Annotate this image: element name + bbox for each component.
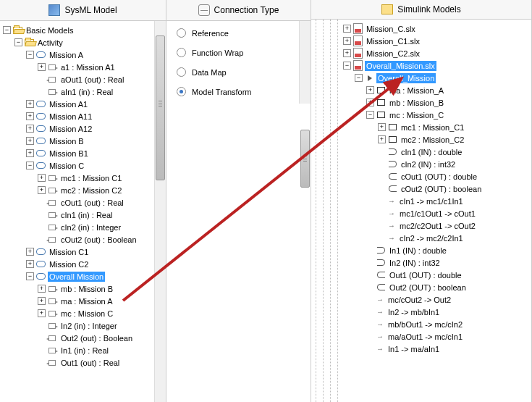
tree-node[interactable]: cIn1 (in) : Real <box>3 209 166 221</box>
node-label[interactable]: Mission C2 <box>48 259 90 269</box>
tree-node[interactable]: cOut1 (OUT) : double <box>343 170 531 183</box>
node-label[interactable]: Mission A12 <box>48 124 93 134</box>
tree-node[interactable]: +mc2 : Mission C2 <box>3 184 166 196</box>
tree-node[interactable]: +ma : Mission A <box>3 295 166 307</box>
expand-icon[interactable]: + <box>38 285 46 293</box>
tree-node[interactable]: →cIn2 -> mc2/c2In1 <box>343 232 531 244</box>
tree-node[interactable]: cOut2 (OUT) : boolean <box>343 183 531 195</box>
tree-node[interactable]: −Activity <box>3 36 166 49</box>
tree-node[interactable]: −Overall_Mission <box>343 72 531 84</box>
node-label[interactable]: cIn2 (in) : Integer <box>59 222 122 233</box>
scroll-thumb[interactable] <box>300 130 310 188</box>
tree-node[interactable]: →mc2/c2Out1 -> cOut2 <box>343 219 531 232</box>
collapse-icon[interactable]: − <box>26 272 34 280</box>
node-label[interactable]: Overall Mission <box>48 272 105 282</box>
tree-node[interactable]: +mc1 : Mission C1 <box>3 172 166 184</box>
tree-node[interactable]: +Mission C2 <box>3 258 166 270</box>
radio-icon[interactable] <box>177 67 186 77</box>
node-label[interactable]: a1 : Mission A1 <box>59 62 117 72</box>
node-label[interactable]: cIn1 (IN) : double <box>400 147 463 157</box>
radio-option[interactable]: Function Wrap <box>177 48 300 57</box>
node-label[interactable]: cIn1 -> mc1/c1In1 <box>398 196 465 206</box>
tree-node[interactable]: →In2 -> mb/bIn1 <box>343 306 531 318</box>
tree-node[interactable]: →In1 -> ma/aIn1 <box>343 343 531 355</box>
node-label[interactable]: cOut2 (OUT) : boolean <box>400 184 483 194</box>
tree-node[interactable]: cIn2 (IN) : int32 <box>343 158 531 170</box>
node-label[interactable]: Mission A1 <box>48 99 89 109</box>
tree-node[interactable]: +Mission A1 <box>3 98 166 110</box>
sysml-tree-body[interactable]: −Basic Models−Activity−Mission A+a1 : Mi… <box>0 21 166 402</box>
radio-option[interactable]: Data Map <box>177 67 300 77</box>
node-label[interactable]: Mission_C2.slx <box>365 49 421 59</box>
radio-icon[interactable] <box>177 48 186 57</box>
collapse-icon[interactable]: − <box>355 74 363 82</box>
tree-node[interactable]: −Basic Models <box>3 24 166 36</box>
tree-node[interactable]: cOut2 (out) : Boolean <box>3 233 166 246</box>
node-label[interactable]: mc/cOut2 -> Out2 <box>387 295 452 305</box>
node-label[interactable]: Mission_C1.slx <box>365 36 421 46</box>
expand-icon[interactable]: + <box>38 309 46 317</box>
collapse-icon[interactable]: − <box>343 62 351 70</box>
simulink-tree-body[interactable]: +Mission_C.slx+Mission_C1.slx+Mission_C2… <box>311 20 531 402</box>
tree-node[interactable]: →mb/bOut1 -> mc/cIn2 <box>343 318 531 330</box>
node-label[interactable]: Out1 (out) : Real <box>59 358 121 368</box>
expand-icon[interactable]: + <box>26 112 34 120</box>
tree-node[interactable]: +Mission_C1.slx <box>343 35 531 47</box>
tree-node[interactable]: −Mission C <box>3 159 166 172</box>
node-label[interactable]: cIn1 (in) : Real <box>59 210 114 220</box>
node-label[interactable]: Out1 (OUT) : double <box>388 270 463 280</box>
tree-node[interactable]: +Mission_C.slx <box>343 22 531 35</box>
node-label[interactable]: In1 -> ma/aIn1 <box>387 344 441 354</box>
node-label[interactable]: In2 (IN) : int32 <box>388 258 442 268</box>
expand-icon[interactable]: + <box>366 99 374 106</box>
expand-icon[interactable]: + <box>26 137 34 145</box>
node-label[interactable]: mc1 : Mission_C1 <box>400 122 465 133</box>
collapse-icon[interactable]: − <box>14 38 22 46</box>
scroll-thumb[interactable] <box>156 35 165 180</box>
node-label[interactable]: In2 (in) : Integer <box>59 321 119 331</box>
tree-node[interactable]: +mc2 : Mission_C2 <box>343 133 531 146</box>
node-label[interactable]: mc2 : Mission C2 <box>59 185 123 196</box>
connection-scrollbar[interactable] <box>299 21 311 104</box>
node-label[interactable]: cIn2 -> mc2/c2In1 <box>398 233 465 243</box>
node-label[interactable]: cOut1 (out) : Real <box>59 198 125 208</box>
tree-node[interactable]: Out1 (OUT) : double <box>343 269 531 281</box>
tree-node[interactable]: +Mission A12 <box>3 122 166 135</box>
tree-node[interactable]: In2 (in) : Integer <box>3 319 166 332</box>
tree-node[interactable]: +Mission C1 <box>3 246 166 258</box>
tree-node[interactable]: +mc1 : Mission_C1 <box>343 121 531 133</box>
tree-node[interactable]: →ma/aOut1 -> mc/cIn1 <box>343 330 531 343</box>
node-label[interactable]: mc : Mission_C <box>388 110 445 120</box>
expand-icon[interactable]: + <box>26 149 34 157</box>
tree-node[interactable]: +a1 : Mission A1 <box>3 61 166 73</box>
tree-node[interactable]: +ma : Mission_A <box>343 84 531 96</box>
node-label[interactable]: Overall_Mission <box>376 73 436 83</box>
tree-node[interactable]: aIn1 (in) : Real <box>3 85 166 98</box>
tree-node[interactable]: Out2 (OUT) : boolean <box>343 281 531 293</box>
tree-node[interactable]: →mc/cOut2 -> Out2 <box>343 293 531 306</box>
tree-node[interactable]: →cIn1 -> mc1/c1In1 <box>343 195 531 207</box>
node-label[interactable]: cOut1 (OUT) : double <box>400 172 478 182</box>
radio-icon[interactable] <box>177 87 186 96</box>
expand-icon[interactable]: + <box>38 186 46 194</box>
node-label[interactable]: ma/aOut1 -> mc/cIn1 <box>387 332 464 342</box>
node-label[interactable]: Overall_Mission.slx <box>365 61 436 71</box>
tree-node[interactable]: −Overall_Mission.slx <box>343 59 531 72</box>
node-label[interactable]: aOut1 (out) : Real <box>59 75 125 85</box>
expand-icon[interactable]: + <box>26 125 34 133</box>
node-label[interactable]: mb : Mission B <box>59 284 114 294</box>
tree-node[interactable]: →mc1/c1Out1 -> cOut1 <box>343 207 531 219</box>
tree-node[interactable]: −Mission A <box>3 49 166 61</box>
node-label[interactable]: Mission C1 <box>48 247 90 257</box>
expand-icon[interactable]: + <box>343 37 351 45</box>
tree-node[interactable]: +mb : Mission B <box>3 282 166 295</box>
node-label[interactable]: cIn2 (IN) : int32 <box>400 159 457 169</box>
expand-icon[interactable]: + <box>26 248 34 256</box>
tree-node[interactable]: +Mission A11 <box>3 110 166 122</box>
node-label[interactable]: Basic Models <box>25 25 75 35</box>
node-label[interactable]: mc2 : Mission_C2 <box>400 135 465 145</box>
sysml-scrollbar[interactable] <box>154 21 166 402</box>
node-label[interactable]: Mission B1 <box>48 148 90 159</box>
tree-node[interactable]: Out2 (out) : Boolean <box>3 332 166 344</box>
node-label[interactable]: Mission A <box>48 50 85 60</box>
